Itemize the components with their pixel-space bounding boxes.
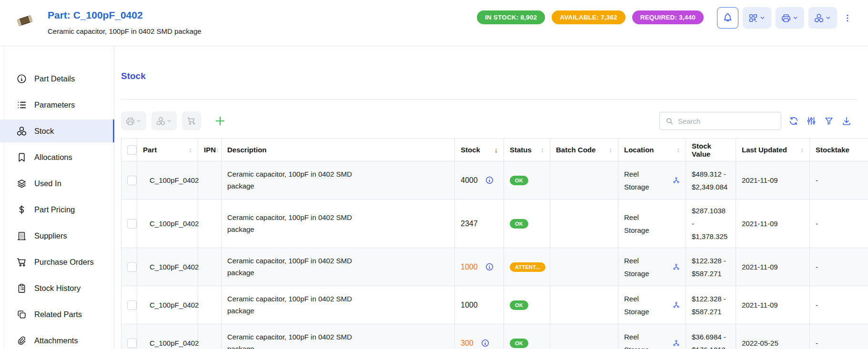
part-name[interactable]: C_100pF_0402 bbox=[150, 339, 199, 347]
bookmark-icon bbox=[16, 152, 27, 163]
sort-icon[interactable]: ↕ bbox=[676, 146, 680, 154]
row-checkbox[interactable] bbox=[127, 339, 137, 348]
table-body: C_100pF_0402 Ceramic capacitor, 100pF in… bbox=[121, 161, 868, 349]
status-pill: ATTENT... bbox=[510, 262, 545, 272]
part-name[interactable]: C_100pF_0402 bbox=[150, 176, 199, 184]
column-header-ipn[interactable]: IPN ↕ bbox=[198, 139, 222, 161]
filter-button[interactable] bbox=[824, 116, 834, 126]
location-link[interactable]: Reel Storage bbox=[624, 211, 655, 237]
table-row[interactable]: C_100pF_0402 Ceramic capacitor, 100pF in… bbox=[121, 161, 868, 199]
column-header-description[interactable]: Description bbox=[222, 139, 455, 161]
select-all-checkbox[interactable] bbox=[127, 145, 137, 155]
notifications-button[interactable] bbox=[717, 7, 738, 29]
location-link[interactable]: Reel Storage bbox=[624, 292, 655, 318]
column-header-stock-value[interactable]: Stock Value bbox=[686, 139, 736, 161]
filter-icon bbox=[824, 116, 834, 126]
cart-icon bbox=[16, 257, 27, 268]
sitemap-icon[interactable] bbox=[673, 301, 680, 309]
sidebar-item-stock[interactable]: Stock bbox=[0, 120, 114, 142]
sidebar-item-part-pricing[interactable]: Part Pricing bbox=[0, 198, 114, 221]
part-description: Ceramic capacitor, 100pF in 0402 SMD pac… bbox=[48, 27, 202, 35]
info-icon[interactable] bbox=[485, 176, 494, 185]
print-stock-button[interactable] bbox=[121, 111, 146, 130]
table-toolbar bbox=[121, 111, 868, 130]
download-icon bbox=[841, 116, 852, 126]
part-name[interactable]: C_100pF_0402 bbox=[150, 263, 199, 271]
stock-quantity: 300 bbox=[461, 339, 474, 348]
sort-icon[interactable]: ↕ bbox=[541, 146, 544, 154]
part-name[interactable]: C_100pF_0402 bbox=[150, 219, 199, 228]
part-header: Part: C_100pF_0402 Ceramic capacitor, 10… bbox=[0, 0, 868, 46]
status-pill: OK bbox=[510, 219, 528, 229]
sort-icon[interactable]: ↕ bbox=[216, 146, 219, 154]
add-stock-button[interactable] bbox=[214, 115, 226, 127]
location-link[interactable]: Reel Storage bbox=[624, 330, 655, 349]
barcode-actions-button[interactable] bbox=[743, 7, 771, 29]
sidebar-item-used-in[interactable]: Used In bbox=[0, 172, 114, 195]
overflow-menu-button[interactable] bbox=[841, 7, 854, 29]
row-checkbox[interactable] bbox=[127, 176, 137, 185]
sort-icon[interactable]: ↕ bbox=[609, 146, 612, 154]
sidebar-item-label: Stock bbox=[34, 127, 54, 136]
search-input[interactable] bbox=[678, 117, 775, 125]
sort-icon[interactable]: ↕ bbox=[800, 146, 804, 154]
sidebar-item-part-details[interactable]: Part Details bbox=[0, 67, 114, 90]
sort-icon[interactable]: ↓ bbox=[495, 146, 498, 154]
column-header-batch-code[interactable]: Batch Code ↕ bbox=[550, 139, 618, 161]
sidebar-item-stock-history[interactable]: Stock History bbox=[0, 277, 114, 299]
info-icon[interactable] bbox=[481, 339, 490, 348]
info-icon[interactable] bbox=[485, 262, 494, 271]
dollar-icon bbox=[16, 204, 27, 215]
order-stock-button[interactable] bbox=[182, 111, 201, 130]
stock-quantity: 1000 bbox=[461, 301, 478, 309]
print-actions-button[interactable] bbox=[776, 7, 804, 29]
refresh-button[interactable] bbox=[788, 116, 799, 126]
row-checkbox[interactable] bbox=[127, 262, 137, 272]
header-actions bbox=[717, 7, 854, 29]
adjustments-icon bbox=[806, 116, 817, 126]
sidebar-item-label: Suppliers bbox=[34, 231, 67, 240]
column-settings-button[interactable] bbox=[806, 116, 817, 126]
table-row[interactable]: C_100pF_0402 Ceramic capacitor, 100pF in… bbox=[121, 248, 868, 286]
status-badge: REQUIRED: 3,440 bbox=[632, 10, 704, 24]
search-icon bbox=[666, 117, 674, 126]
column-header-part[interactable]: Part ↕ bbox=[137, 139, 198, 161]
sitemap-icon[interactable] bbox=[673, 177, 680, 184]
column-header-location[interactable]: Location ↕ bbox=[618, 139, 686, 161]
status-badge: AVAILABLE: 7,362 bbox=[552, 10, 625, 24]
sidebar-item-allocations[interactable]: Allocations bbox=[0, 146, 114, 169]
description-value: Ceramic capacitor, 100pF in 0402 SMD pac… bbox=[227, 293, 357, 317]
column-label: Stock bbox=[461, 146, 480, 154]
row-checkbox[interactable] bbox=[127, 300, 137, 310]
part-thumbnail[interactable] bbox=[14, 10, 35, 31]
packages-icon bbox=[156, 116, 166, 126]
sidebar-item-suppliers[interactable]: Suppliers bbox=[0, 224, 114, 247]
column-header-last-updated[interactable]: Last Updated ↕ bbox=[736, 139, 810, 161]
location-link[interactable]: Reel Storage bbox=[624, 168, 655, 193]
sidebar-item-purchase-orders[interactable]: Purchase Orders bbox=[0, 250, 114, 273]
stock-operations-button[interactable] bbox=[151, 111, 177, 130]
last-updated-value: 2021-11-09 bbox=[742, 219, 778, 228]
sidebar-item-related-parts[interactable]: Related Parts bbox=[0, 303, 114, 326]
sidebar-item-parameters[interactable]: Parameters bbox=[0, 93, 114, 116]
sitemap-icon[interactable] bbox=[673, 339, 680, 347]
table-row[interactable]: C_100pF_0402 Ceramic capacitor, 100pF in… bbox=[121, 286, 868, 324]
download-button[interactable] bbox=[841, 116, 852, 126]
column-header-stocktake[interactable]: Stocktake bbox=[810, 139, 868, 161]
column-header-stock[interactable]: Stock ↓ bbox=[455, 139, 504, 161]
column-header-status[interactable]: Status ↕ bbox=[504, 139, 550, 161]
table-row[interactable]: C_100pF_0402 Ceramic capacitor, 100pF in… bbox=[121, 199, 868, 248]
part-name[interactable]: C_100pF_0402 bbox=[150, 301, 199, 309]
chevron-down-icon bbox=[825, 14, 832, 21]
sitemap-icon[interactable] bbox=[673, 263, 680, 270]
last-updated-value: 2021-11-09 bbox=[742, 176, 778, 184]
sidebar-item-attachments[interactable]: Attachments bbox=[0, 329, 114, 349]
sidebar-item-label: Stock History bbox=[34, 284, 81, 293]
row-checkbox[interactable] bbox=[127, 219, 137, 229]
table-row[interactable]: C_100pF_0402 Ceramic capacitor, 100pF in… bbox=[121, 324, 868, 349]
stocktake-value: - bbox=[816, 263, 818, 271]
stocktake-value: - bbox=[816, 219, 818, 228]
sort-icon[interactable]: ↕ bbox=[189, 146, 192, 154]
location-link[interactable]: Reel Storage bbox=[624, 254, 655, 280]
stock-actions-button[interactable] bbox=[808, 7, 837, 29]
